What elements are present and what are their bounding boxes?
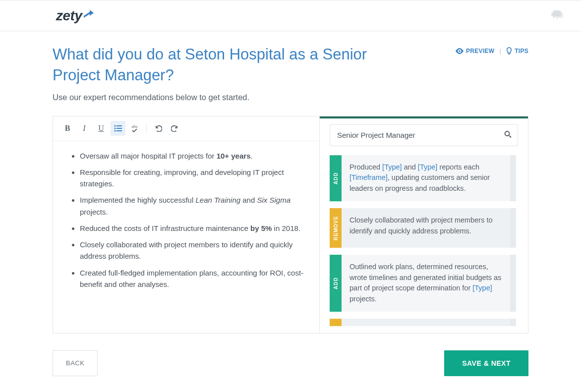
list-item[interactable]: Responsible for creating, improving, and… (80, 167, 309, 190)
list-item[interactable]: Implemented the highly successful Lean T… (80, 194, 309, 218)
spellcheck-button[interactable]: abc (127, 121, 142, 136)
svg-rect-2 (116, 125, 122, 126)
editor-toolbar: B I U abc (53, 116, 319, 141)
redo-button[interactable] (168, 121, 182, 136)
bulb-icon (506, 47, 512, 55)
suggestion-item[interactable]: ADDOutlined work plans, determined resou… (330, 255, 516, 312)
editor-body[interactable]: Oversaw all major hospital IT projects f… (53, 141, 319, 333)
header-row: What did you do at Seton Hospital as a S… (53, 44, 528, 86)
redo-icon (171, 125, 179, 132)
underline-button[interactable]: U (94, 121, 109, 136)
preview-label: PREVIEW (466, 48, 494, 55)
topbar: zety (0, 0, 581, 31)
check-icon (132, 129, 138, 133)
brand-name: zety (56, 8, 82, 24)
divider: | (499, 48, 501, 55)
workspace: B I U abc Oversaw all major (53, 116, 528, 334)
header-actions: PREVIEW | TIPS (456, 47, 528, 55)
eye-icon (456, 48, 464, 54)
bullet-list: Oversaw all major hospital IT projects f… (63, 150, 309, 290)
list-item[interactable]: Created full-fledged implementation plan… (80, 267, 309, 290)
suggestion-item[interactable]: REMOVEClosely collaborated with project … (330, 208, 516, 248)
editor-column: B I U abc Oversaw all major (53, 116, 320, 333)
add-badge[interactable]: ADD (330, 255, 342, 312)
list-item[interactable]: Reduced the costs of IT infrastructure m… (80, 223, 309, 234)
drag-handle[interactable] (510, 255, 516, 312)
suggestion-item[interactable]: REMOVECreated full-fledged implementatio… (330, 319, 516, 326)
bullet-list-button[interactable] (111, 121, 125, 136)
italic-button[interactable]: I (77, 121, 92, 136)
suggestion-text: Closely collaborated with project member… (342, 208, 510, 248)
list-item[interactable]: Oversaw all major hospital IT projects f… (80, 150, 309, 162)
search-input[interactable] (337, 131, 498, 139)
suggestion-text: Created full-fledged implementation plan… (342, 319, 510, 326)
svg-rect-6 (116, 130, 122, 131)
tips-link[interactable]: TIPS (506, 47, 528, 55)
svg-point-3 (114, 128, 116, 129)
suggestions-list[interactable]: ADDProduced [Type] and [Type] reports ea… (330, 155, 518, 326)
back-button[interactable]: BACK (53, 350, 98, 376)
footer-row: BACK SAVE & NEXT (53, 350, 528, 376)
svg-point-0 (459, 50, 461, 52)
svg-point-1 (114, 125, 116, 127)
drag-handle[interactable] (510, 208, 516, 248)
drag-handle[interactable] (510, 155, 516, 201)
search-field[interactable] (330, 124, 518, 146)
remove-badge[interactable]: REMOVE (330, 208, 342, 248)
toolbar-separator (146, 123, 147, 134)
main-container: What did you do at Seton Hospital as a S… (53, 31, 528, 376)
list-icon (114, 125, 122, 132)
suggestion-text: Produced [Type] and [Type] reports each … (342, 155, 510, 201)
page-title: What did you do at Seton Hospital as a S… (53, 44, 409, 86)
add-badge[interactable]: ADD (330, 155, 342, 201)
remove-badge[interactable]: REMOVE (330, 319, 342, 326)
svg-rect-4 (116, 128, 122, 129)
suggestion-item[interactable]: ADDProduced [Type] and [Type] reports ea… (330, 155, 516, 201)
save-next-button[interactable]: SAVE & NEXT (444, 350, 528, 376)
tips-label: TIPS (515, 48, 528, 55)
suggestion-text: Outlined work plans, determined resource… (342, 255, 510, 312)
list-item[interactable]: Closely collaborated with project member… (80, 239, 309, 262)
drag-handle[interactable] (510, 319, 516, 326)
svg-point-5 (114, 130, 116, 132)
page-subtitle: Use our expert recommendations below to … (53, 93, 528, 102)
brand-arrow-icon (83, 10, 94, 19)
brand-logo[interactable]: zety (56, 8, 94, 24)
bold-button[interactable]: B (60, 121, 75, 136)
suggestions-column: ADDProduced [Type] and [Type] reports ea… (320, 116, 528, 333)
svg-point-7 (505, 131, 510, 136)
chat-icon[interactable] (551, 9, 563, 22)
undo-button[interactable] (151, 121, 166, 136)
undo-icon (154, 125, 162, 132)
preview-link[interactable]: PREVIEW (456, 48, 494, 55)
svg-line-8 (509, 135, 511, 137)
search-icon[interactable] (504, 130, 512, 140)
